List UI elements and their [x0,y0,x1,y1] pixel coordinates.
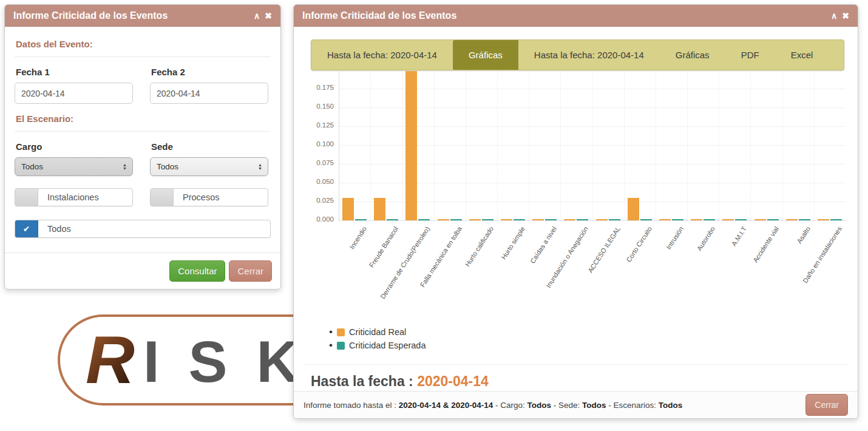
gridline [814,71,815,220]
hasta-la-fecha-heading: Hasta la fecha : 2020-04-14 [311,373,489,390]
todos-checkbox[interactable]: ✔ Todos [15,220,271,238]
report-summary-text: Informe tomado hasta el : 2020-04-14 & 2… [303,401,682,410]
left-dialog-title: Informe Criticidad de los Eventos [13,10,168,21]
sede-select[interactable]: Todos ▲▼ [150,157,268,176]
gridline [497,71,498,220]
left-dialog-titlebar: Informe Criticidad de los Eventos ∧ ✖ [5,5,280,27]
bar-real-6 [532,219,544,220]
bar-esperada-5 [514,219,525,220]
bar-esperada-3 [450,219,462,220]
tab-3[interactable]: Gráficas [660,40,725,70]
bar-real-3 [438,219,449,220]
gridline [656,71,656,220]
bar-esperada-2 [418,219,430,220]
instalaciones-checkbox-label: Instalaciones [38,192,99,202]
bar-real-9 [628,198,639,220]
x-category-label: Corto Circuito [591,225,653,316]
y-tick-label: 0.025 [311,197,334,204]
y-tick-label: 0.125 [311,121,334,129]
fecha2-label: Fecha 2 [151,67,268,77]
bar-real-2 [405,71,417,220]
close-icon[interactable]: ✖ [842,12,849,20]
fecha1-input[interactable] [15,83,133,104]
tab-2[interactable]: Hasta la fecha: 2020-04-14 [518,40,660,70]
bar-real-7 [564,219,575,220]
todos-checkbox-label: Todos [38,224,71,234]
x-category-label: Asalto [749,225,812,316]
x-category-label: ACCESO ILEGAL [559,225,622,316]
section-el-escenario: El Escenario: [16,114,271,124]
bar-esperada-10 [672,219,683,220]
x-category-label: Freude Banacol [337,225,400,316]
right-dialog-footer: Informe tomado hasta el : 2020-04-14 & 2… [294,391,858,418]
x-axis-line [339,220,846,221]
gridline [687,71,688,220]
x-category-label: Inundación o Anegación [527,225,590,316]
cerrar-button[interactable]: Cerrar [805,394,848,416]
fecha1-label: Fecha 1 [16,67,133,77]
x-category-label: Daño en instalaciones [781,225,843,316]
y-tick-label: 0.075 [311,159,334,166]
sede-select-value: Todos [157,162,178,171]
y-tick-label: 0.150 [311,103,334,110]
x-category-label: Hurto calificado [432,225,495,316]
gridline [402,71,402,220]
x-category-label: A.M.I.T [686,225,748,316]
right-dialog: Informe Criticidad de los Eventos ∧ ✖ Ha… [293,4,858,419]
bar-real-8 [596,219,608,220]
divider [15,131,271,132]
bar-real-12 [722,219,734,220]
gridline [750,71,751,220]
divider [15,56,271,57]
bar-real-10 [659,219,671,220]
instalaciones-checkbox-square [15,189,38,206]
bullet-icon: • [329,342,333,348]
y-axis-line [339,71,339,220]
x-category-label: Autorobo [654,225,717,316]
legend-item-0[interactable]: •Criticidad Real [329,327,426,337]
y-tick-label: 0.000 [311,216,334,223]
legend-swatch [337,328,345,336]
bar-esperada-14 [799,219,810,220]
consultar-button[interactable]: Consultar [169,260,225,282]
gridline [782,71,783,220]
bar-esperada-4 [482,219,493,220]
tab-0[interactable]: Hasta la fecha: 2020-04-14 [311,40,453,70]
fecha2-input[interactable] [150,83,268,104]
gridline [529,71,529,220]
gridline [370,71,371,220]
tab-4[interactable]: PDF [725,40,775,70]
procesos-checkbox[interactable]: Procesos [150,188,268,206]
y-tick-label: 0.175 [311,84,334,91]
right-dialog-title: Informe Criticidad de los Eventos [302,10,456,21]
left-dialog-footer: Consultar Cerrar [5,253,280,289]
cerrar-button[interactable]: Cerrar [229,260,272,282]
bar-real-13 [754,219,766,220]
sede-label: Sede [151,141,268,152]
y-tick-label: 0.100 [311,140,334,148]
close-icon[interactable]: ✖ [265,12,272,20]
x-category-label: Caídas a nivel [496,225,558,316]
gridline [592,71,593,220]
collapse-icon[interactable]: ∧ [254,12,260,20]
legend-label: Criticidad Esperada [349,341,426,350]
bar-real-1 [374,198,385,220]
bar-esperada-9 [640,219,652,220]
bar-esperada-15 [830,219,842,220]
bar-esperada-13 [767,219,779,220]
collapse-icon[interactable]: ∧ [831,12,837,20]
stepper-icon: ▲▼ [123,163,127,171]
section-datos-del-evento: Datos del Evento: [16,39,271,49]
procesos-checkbox-square [151,189,174,206]
x-category-label: Hurto simple [464,225,526,316]
report-tabbar: Hasta la fecha: 2020-04-14GráficasHasta … [311,39,844,70]
procesos-checkbox-label: Procesos [174,192,219,202]
cargo-select[interactable]: Todos ▲▼ [15,157,133,176]
risk-logo-letter-r: R [86,326,135,394]
gridline [560,71,561,220]
legend-item-1[interactable]: •Criticidad Esperada [329,341,426,350]
tab-5[interactable]: Excel [775,40,829,70]
instalaciones-checkbox[interactable]: Instalaciones [15,188,133,206]
bar-esperada-6 [545,219,557,220]
tab-1[interactable]: Gráficas [453,40,518,70]
